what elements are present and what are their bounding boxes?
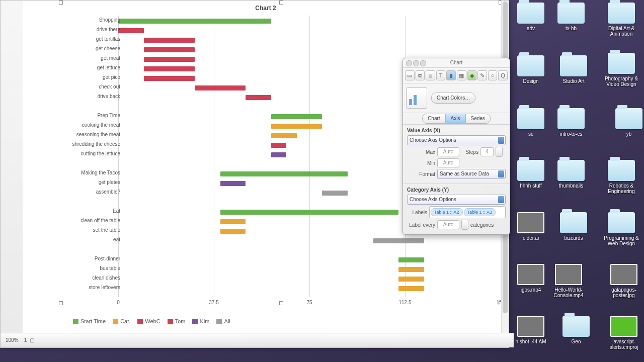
desktop-folder[interactable]: Programming & Web Design: [599, 212, 644, 246]
category-axis-options-select[interactable]: Choose Axis Options: [407, 195, 506, 205]
gantt-bar[interactable]: [322, 191, 348, 196]
desktop-folder[interactable]: thumbnails: [548, 160, 594, 189]
chart-legend[interactable]: Start TimeCat.WebCTomKimAll: [68, 318, 230, 324]
chart-inspector-icon[interactable]: ▮: [446, 70, 456, 80]
page-number: 1: [24, 337, 27, 343]
gantt-bar[interactable]: [398, 267, 424, 272]
tab-series[interactable]: Series: [465, 114, 491, 124]
layout-inspector-icon[interactable]: ⧉: [416, 70, 425, 80]
category-label: Prep Time: [35, 113, 120, 118]
legend-label[interactable]: Start Time: [80, 318, 106, 324]
desktop-folder[interactable]: hhhh stuff: [508, 160, 553, 189]
gantt-bar[interactable]: [195, 85, 246, 90]
gantt-bar[interactable]: [118, 19, 271, 24]
chart-type-thumbnail[interactable]: [406, 87, 427, 109]
label-every-stepper[interactable]: [461, 220, 468, 230]
gantt-bar[interactable]: [144, 66, 195, 71]
min-input[interactable]: Auto: [437, 158, 459, 167]
desktop-folder[interactable]: Design: [508, 55, 553, 84]
gantt-bar[interactable]: [144, 76, 195, 81]
gantt-bar[interactable]: [144, 47, 195, 52]
desktop-folder[interactable]: Geo: [553, 316, 599, 344]
hyperlink-inspector-icon[interactable]: ○: [488, 70, 498, 80]
gantt-bar[interactable]: [271, 114, 322, 119]
desktop-folder[interactable]: Studio Art: [551, 55, 596, 84]
table-inspector-icon[interactable]: ▦: [457, 70, 466, 80]
desktop-file[interactable]: javascript-alerts.cmproj: [601, 316, 644, 350]
desktop-folder[interactable]: Robotics & Engineering: [599, 160, 644, 194]
max-input[interactable]: Auto: [437, 147, 459, 156]
gantt-bar[interactable]: [398, 286, 424, 291]
gantt-bar[interactable]: [144, 57, 195, 62]
desktop-folder[interactable]: yb: [606, 108, 644, 137]
graphic-inspector-icon[interactable]: ◆: [467, 70, 477, 80]
cell-ref-token[interactable]: Table 1 :: A2: [431, 208, 463, 216]
legend-label[interactable]: Cat.: [120, 318, 130, 324]
category-label: check out: [35, 84, 120, 89]
desktop-folder[interactable]: bizcards: [551, 212, 596, 241]
gantt-bar[interactable]: [220, 219, 246, 224]
x-tick-label: 75: [306, 300, 312, 305]
inspector-titlebar[interactable]: Chart: [403, 58, 510, 68]
desktop-folder[interactable]: tx-bb: [548, 3, 594, 31]
text-inspector-icon[interactable]: T: [436, 70, 446, 80]
gantt-bar[interactable]: [398, 257, 424, 262]
gantt-bar[interactable]: [220, 210, 399, 215]
legend-label[interactable]: WebC: [145, 318, 160, 324]
categories-suffix: categories: [470, 222, 494, 228]
desktop-item-label: Robotics & Engineering: [599, 183, 644, 194]
chart-colors-button[interactable]: Chart Colors…: [431, 93, 475, 104]
labels-token-field[interactable]: Table 1 :: A2 Table 1 :: A3: [429, 206, 506, 218]
zoom-level[interactable]: 100%: [6, 337, 19, 343]
selection-handle-icon[interactable]: [279, 301, 283, 305]
gantt-bar[interactable]: [271, 143, 286, 148]
gantt-bar[interactable]: [118, 28, 144, 33]
page-thumbnail-strip[interactable]: [1, 1, 23, 347]
gantt-bar[interactable]: [144, 38, 195, 43]
steps-input[interactable]: 4: [480, 147, 494, 156]
gantt-bar[interactable]: [220, 181, 246, 186]
gantt-bar[interactable]: [373, 238, 424, 243]
chart-inspector-panel[interactable]: Chart ▭ ⧉ ≣ T ▮ ▦ ◆ ✎ ○ Q Chart Colors… …: [403, 58, 510, 235]
metrics-inspector-icon[interactable]: ✎: [477, 70, 487, 80]
gantt-bar[interactable]: [271, 152, 286, 157]
steps-stepper[interactable]: [496, 147, 503, 157]
desktop-file[interactable]: older.ai: [508, 212, 553, 241]
format-select[interactable]: Same as Source Data: [437, 169, 506, 179]
desktop-file[interactable]: n shot .44 AM: [508, 316, 553, 344]
desktop-file[interactable]: Hello-World-Console.mp4: [546, 264, 591, 298]
quicktime-inspector-icon[interactable]: Q: [498, 70, 508, 80]
category-label: get pico: [35, 74, 120, 80]
category-label: get plates: [35, 179, 120, 185]
tab-chart[interactable]: Chart: [422, 114, 445, 124]
value-axis-options-select[interactable]: Choose Axis Options: [407, 135, 506, 145]
gantt-bar[interactable]: [271, 124, 322, 129]
close-icon[interactable]: [406, 60, 412, 66]
document-inspector-icon[interactable]: ▭: [405, 70, 415, 80]
label-every-input[interactable]: Auto: [437, 220, 459, 229]
gantt-bar[interactable]: [398, 277, 424, 282]
zoom-icon[interactable]: [420, 60, 426, 66]
selection-handle-icon[interactable]: [279, 1, 283, 5]
gantt-bar[interactable]: [220, 229, 246, 234]
legend-label[interactable]: Kim: [200, 318, 209, 324]
gantt-bar[interactable]: [220, 171, 348, 176]
legend-label[interactable]: All: [224, 318, 230, 324]
minimize-icon[interactable]: [413, 60, 419, 66]
tab-axis[interactable]: Axis: [446, 114, 465, 124]
desktop-folder[interactable]: sc: [508, 108, 553, 137]
gantt-bar[interactable]: [246, 95, 271, 100]
desktop-file[interactable]: galapagos-poster.jpg: [601, 264, 644, 298]
wrap-inspector-icon[interactable]: ≣: [426, 70, 435, 80]
desktop-folder[interactable]: intro-to-cs: [548, 108, 594, 137]
desktop-folder[interactable]: Digital Art & Animation: [599, 3, 644, 37]
legend-label[interactable]: Tom: [175, 318, 186, 324]
cell-ref-token[interactable]: Table 1 :: A3: [464, 208, 496, 216]
chart-title[interactable]: Chart 2: [255, 5, 276, 12]
desktop-folder[interactable]: Photography & Video Design: [599, 53, 644, 87]
desktop-folder[interactable]: adv: [508, 3, 553, 31]
selection-handle-icon[interactable]: [59, 301, 63, 305]
gantt-bar[interactable]: [271, 133, 297, 138]
gridline: [214, 16, 214, 297]
selection-handle-icon[interactable]: [59, 1, 63, 5]
